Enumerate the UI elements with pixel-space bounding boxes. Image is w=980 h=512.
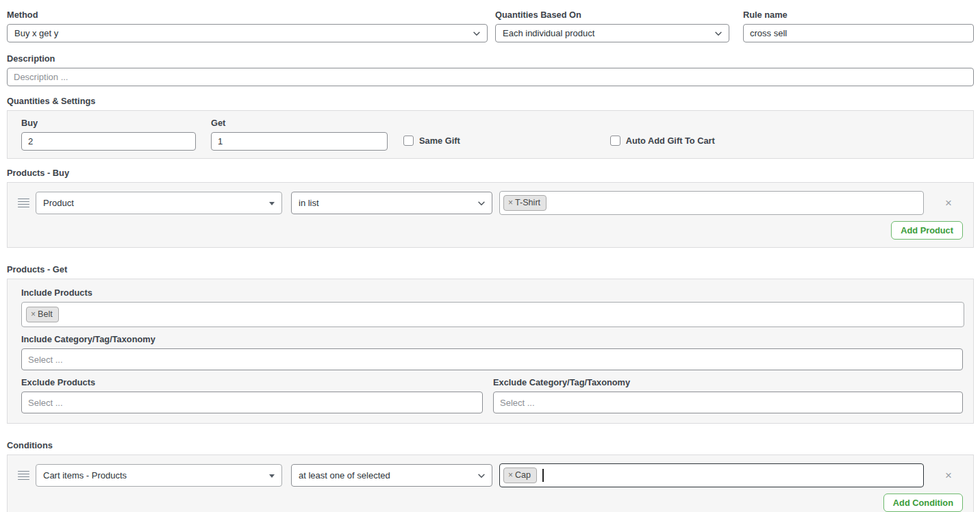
include-products-field-group: Include Products × Belt [21,287,963,327]
include-category-label: Include Category/Tag/Taxonomy [21,334,963,344]
quantities-settings-title: Quantities & Settings [7,96,974,106]
products-buy-section: Products - Buy Product in list × [7,168,974,248]
method-field-group: Method Buy x get y [7,10,488,42]
quantities-based-on-label: Quantities Based On [495,10,729,20]
rule-name-label: Rule name [743,10,974,20]
products-buy-actions: Add Product [18,221,963,240]
products-get-title: Products - Get [7,264,974,274]
products-buy-row: Product in list × T-Shirt × [18,191,963,215]
product-tag-label: Cap [515,470,531,481]
products-buy-field-value: Product [43,198,74,208]
products-buy-field-select[interactable]: Product [36,192,282,214]
caret-down-icon [269,202,275,205]
caret-down-icon [269,474,275,478]
quantities-settings-box: Buy Get Same Gift Auto Add Gift To Cart [7,110,974,159]
product-tag: × Belt [26,307,59,322]
auto-add-gift-option: Auto Add Gift To Cart [610,136,715,146]
include-category-field-group: Include Category/Tag/Taxonomy [21,334,963,370]
add-condition-button[interactable]: Add Condition [883,494,963,512]
description-label: Description [7,53,974,64]
products-buy-operator-select[interactable]: in list [291,192,492,214]
include-products-tags-input[interactable]: × Belt [21,302,964,327]
description-field-group: Description [7,53,974,86]
exclude-products-input[interactable] [21,392,483,413]
get-quantity-input[interactable] [211,132,388,151]
rule-editor-form: Method Buy x get y Quantities Based On E… [0,0,980,512]
condition-operator-value: at least one of selected [299,470,390,481]
conditions-section: Conditions Cart items - Products at leas… [7,440,974,512]
product-tag: × T-Shirt [503,195,546,211]
condition-operator-select[interactable]: at least one of selected [291,464,492,487]
auto-add-gift-checkbox[interactable] [610,136,620,146]
top-row: Method Buy x get y Quantities Based On E… [7,10,974,42]
buy-quantity-input[interactable] [21,132,196,151]
method-select[interactable]: Buy x get y [7,24,488,42]
quantities-based-on-select[interactable]: Each individual product [495,24,729,42]
condition-field-select[interactable]: Cart items - Products [36,464,282,487]
drag-handle-icon[interactable] [18,199,29,208]
exclude-category-input[interactable] [493,392,963,413]
quantities-based-on-select-value: Each individual product [503,28,594,38]
include-category-input[interactable] [21,348,963,370]
condition-tags-input[interactable]: × Cap [499,463,924,487]
quantities-settings-section: Quantities & Settings Buy Get Same Gift … [7,96,974,159]
products-get-section: Products - Get Include Products × Belt I… [7,264,974,424]
remove-row-button[interactable]: × [945,470,952,481]
rule-name-field-group: Rule name [743,10,974,42]
same-gift-label: Same Gift [419,136,460,146]
text-cursor [542,469,543,482]
products-buy-title: Products - Buy [7,168,974,178]
exclude-category-field-group: Exclude Category/Tag/Taxonomy [493,377,963,413]
description-input[interactable] [7,68,974,86]
quantities-based-on-field-group: Quantities Based On Each individual prod… [495,10,729,42]
product-tag: × Cap [503,468,537,483]
buy-field-group: Buy [21,118,196,151]
get-field-group: Get [211,118,388,151]
condition-field-value: Cart items - Products [43,470,127,481]
exclude-category-label: Exclude Category/Tag/Taxonomy [493,377,963,387]
products-buy-box: Product in list × T-Shirt × [7,182,974,248]
rule-name-input[interactable] [743,24,974,42]
conditions-box: Cart items - Products at least one of se… [7,455,974,512]
conditions-title: Conditions [7,440,974,450]
chevron-down-icon [714,29,723,38]
method-label: Method [7,10,488,20]
products-buy-operator-value: in list [299,198,319,208]
chevron-down-icon [477,199,486,208]
exclude-products-label: Exclude Products [21,377,483,387]
chevron-down-icon [472,29,481,38]
remove-tag-icon[interactable]: × [508,470,513,481]
products-get-box: Include Products × Belt Include Category… [7,279,974,424]
same-gift-option: Same Gift [403,136,460,146]
product-tag-label: T-Shirt [515,197,540,208]
exclude-products-field-group: Exclude Products [21,377,483,413]
exclude-row: Exclude Products Exclude Category/Tag/Ta… [21,377,963,413]
chevron-down-icon [477,471,486,481]
drag-handle-icon[interactable] [18,471,29,481]
buy-label: Buy [21,118,196,128]
remove-row-button[interactable]: × [945,197,952,209]
method-select-value: Buy x get y [14,28,58,38]
auto-add-gift-label: Auto Add Gift To Cart [626,136,715,146]
remove-tag-icon[interactable]: × [31,309,36,320]
add-product-button[interactable]: Add Product [891,221,963,240]
condition-row: Cart items - Products at least one of se… [18,463,963,487]
products-buy-tags-input[interactable]: × T-Shirt [499,191,924,215]
same-gift-checkbox[interactable] [403,136,414,146]
remove-tag-icon[interactable]: × [508,197,513,208]
get-label: Get [211,118,388,128]
include-products-label: Include Products [21,287,963,298]
conditions-actions: Add Condition [18,494,963,512]
product-tag-label: Belt [38,309,53,320]
